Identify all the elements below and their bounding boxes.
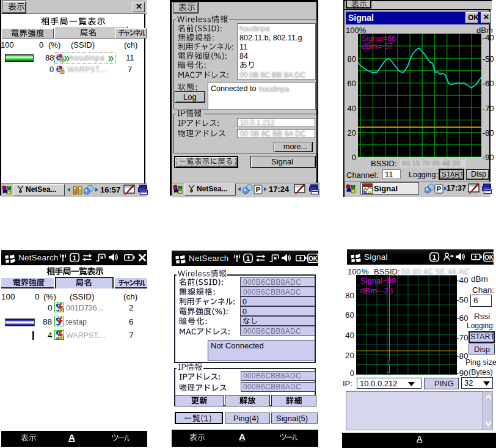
svg-text:1: 1 <box>432 254 437 261</box>
svg-text:OK: OK <box>308 255 318 262</box>
svg-text:1: 1 <box>246 255 250 262</box>
svg-text:P: P <box>437 185 441 193</box>
svg-text:1: 1 <box>73 254 77 262</box>
svg-text:P: P <box>256 186 260 193</box>
svg-text:OK: OK <box>484 254 494 261</box>
